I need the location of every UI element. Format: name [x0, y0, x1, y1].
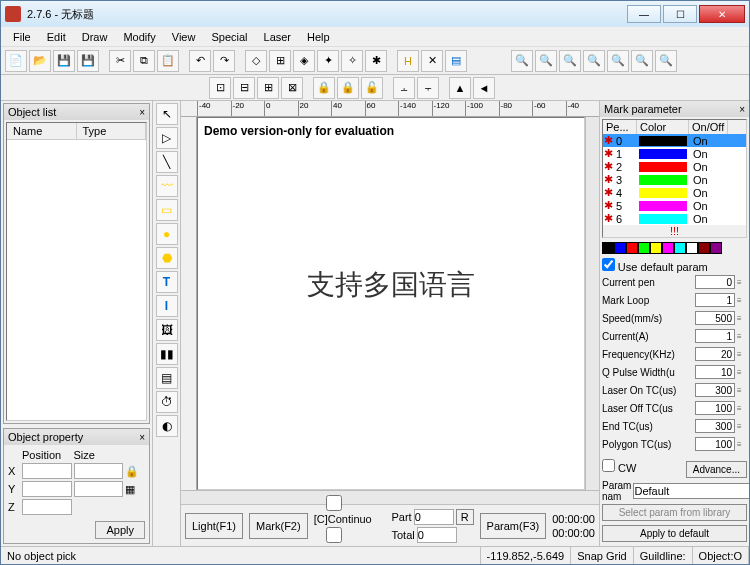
props-icon[interactable]: ▤: [445, 50, 467, 72]
pen-row[interactable]: ✱3On: [603, 173, 746, 186]
menu-modify[interactable]: Modify: [115, 29, 163, 45]
minimize-button[interactable]: —: [627, 5, 661, 23]
status-snap[interactable]: Snap Grid: [571, 547, 634, 564]
snap3-icon[interactable]: ◈: [293, 50, 315, 72]
param-button[interactable]: Param(F3): [480, 513, 547, 539]
node-tool-icon[interactable]: ▷: [156, 127, 178, 149]
objlist-col-name[interactable]: Name: [7, 123, 77, 139]
part-input[interactable]: [414, 509, 454, 525]
image-tool-icon[interactable]: 🖼: [156, 319, 178, 341]
grid-icon[interactable]: ▦: [125, 483, 145, 496]
pen-row[interactable]: ✱2On: [603, 160, 746, 173]
node2-icon[interactable]: ⊟: [233, 77, 255, 99]
param-input[interactable]: [695, 365, 735, 379]
canvas[interactable]: Demo version-only for evaluation 支持多国语言: [197, 117, 585, 490]
node3-icon[interactable]: ⊞: [257, 77, 279, 99]
swatch[interactable]: [686, 242, 698, 254]
continuous-checkbox[interactable]: [314, 495, 354, 511]
z-pos-input[interactable]: [22, 499, 72, 515]
param-name-input[interactable]: [633, 483, 749, 499]
new-icon[interactable]: 📄: [5, 50, 27, 72]
reset-part-button[interactable]: R: [456, 509, 474, 525]
light-button[interactable]: Light(F1): [185, 513, 243, 539]
swatch[interactable]: [698, 242, 710, 254]
param-input[interactable]: [695, 437, 735, 451]
node1-icon[interactable]: ⊡: [209, 77, 231, 99]
line-tool-icon[interactable]: ╲: [156, 151, 178, 173]
vtext-tool-icon[interactable]: I: [156, 295, 178, 317]
copy-icon[interactable]: ⧉: [133, 50, 155, 72]
use-default-checkbox[interactable]: [602, 258, 615, 271]
menu-draw[interactable]: Draw: [74, 29, 116, 45]
snap5-icon[interactable]: ✧: [341, 50, 363, 72]
panel-close-icon[interactable]: ×: [139, 432, 145, 443]
paste-icon[interactable]: 📋: [157, 50, 179, 72]
panel-close-icon[interactable]: ×: [739, 104, 745, 115]
menu-help[interactable]: Help: [299, 29, 338, 45]
swatch[interactable]: [674, 242, 686, 254]
snap6-icon[interactable]: ✱: [365, 50, 387, 72]
mirror-h-icon[interactable]: ▲: [449, 77, 471, 99]
align2-icon[interactable]: ⫟: [417, 77, 439, 99]
param-input[interactable]: [695, 275, 735, 289]
select-library-button[interactable]: Select param from library: [602, 504, 747, 521]
snap2-icon[interactable]: ⊞: [269, 50, 291, 72]
lock3-icon[interactable]: 🔓: [361, 77, 383, 99]
param-input[interactable]: [695, 419, 735, 433]
menu-edit[interactable]: Edit: [39, 29, 74, 45]
total-input[interactable]: [417, 527, 457, 543]
titlebar[interactable]: 2.7.6 - 无标题 — ☐ ✕: [1, 1, 749, 27]
align1-icon[interactable]: ⫠: [393, 77, 415, 99]
polygon-tool-icon[interactable]: ⬣: [156, 247, 178, 269]
swatch[interactable]: [638, 242, 650, 254]
menu-laser[interactable]: Laser: [256, 29, 300, 45]
order-icon[interactable]: H: [397, 50, 419, 72]
marksel-checkbox[interactable]: [314, 527, 354, 543]
close-button[interactable]: ✕: [699, 5, 745, 23]
zoomin-icon[interactable]: 🔍: [511, 50, 533, 72]
y-size-input[interactable]: [74, 481, 124, 497]
param-input[interactable]: [695, 383, 735, 397]
circle-tool-icon[interactable]: ●: [156, 223, 178, 245]
curve-tool-icon[interactable]: 〰: [156, 175, 178, 197]
scrollbar-vertical[interactable]: [585, 117, 599, 490]
pen-row[interactable]: ✱4On: [603, 186, 746, 199]
apply-button[interactable]: Apply: [95, 521, 145, 539]
swatch[interactable]: [662, 242, 674, 254]
text-tool-icon[interactable]: T: [156, 271, 178, 293]
swatch[interactable]: [710, 242, 722, 254]
mark-button[interactable]: Mark(F2): [249, 513, 308, 539]
swatch[interactable]: [650, 242, 662, 254]
lock2-icon[interactable]: 🔒: [337, 77, 359, 99]
swatch[interactable]: [626, 242, 638, 254]
param-input[interactable]: [695, 293, 735, 307]
status-guild[interactable]: Guildline:: [634, 547, 693, 564]
panel-close-icon[interactable]: ×: [139, 107, 145, 118]
menu-special[interactable]: Special: [203, 29, 255, 45]
open-icon[interactable]: 📂: [29, 50, 51, 72]
barcode-tool-icon[interactable]: ▮▮: [156, 343, 178, 365]
select-tool-icon[interactable]: ↖: [156, 103, 178, 125]
snap1-icon[interactable]: ◇: [245, 50, 267, 72]
node4-icon[interactable]: ⊠: [281, 77, 303, 99]
pen-row[interactable]: ✱0On: [603, 134, 746, 147]
param-input[interactable]: [695, 329, 735, 343]
param-input[interactable]: [695, 311, 735, 325]
zoomfit-icon[interactable]: 🔍: [559, 50, 581, 72]
param-input[interactable]: [695, 347, 735, 361]
pen-row[interactable]: ✱6On: [603, 212, 746, 225]
x-pos-input[interactable]: [22, 463, 72, 479]
saveas-icon[interactable]: 💾: [77, 50, 99, 72]
hatch-tool-icon[interactable]: ▤: [156, 367, 178, 389]
zoomout-icon[interactable]: 🔍: [535, 50, 557, 72]
cut-icon[interactable]: ✂: [109, 50, 131, 72]
pen-table[interactable]: Pe... Color On/Off ✱0On✱1On✱2On✱3On✱4On✱…: [602, 119, 747, 238]
swatch[interactable]: [602, 242, 614, 254]
pen-row[interactable]: ✱1On: [603, 147, 746, 160]
y-pos-input[interactable]: [22, 481, 72, 497]
lock-aspect-icon[interactable]: 🔒: [125, 465, 145, 478]
rect-tool-icon[interactable]: ▭: [156, 199, 178, 221]
redo-icon[interactable]: ↷: [213, 50, 235, 72]
apply-default-button[interactable]: Apply to default: [602, 525, 747, 542]
swatch[interactable]: [614, 242, 626, 254]
